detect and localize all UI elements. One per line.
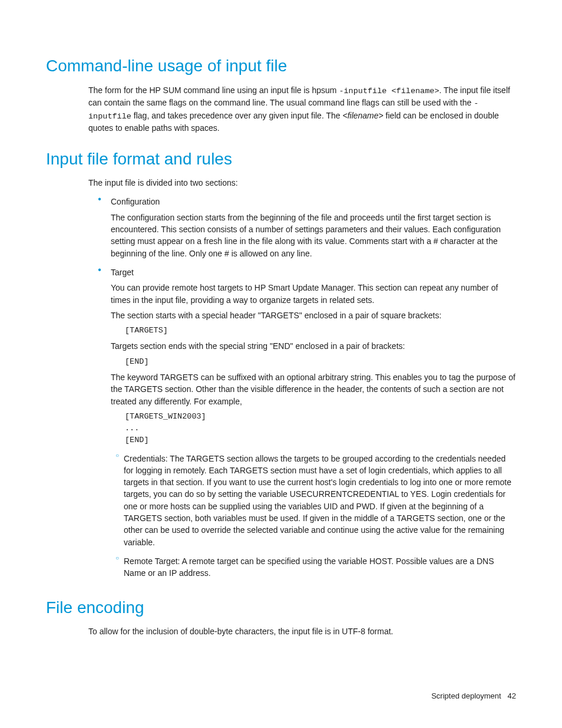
- code-line: ...: [125, 423, 516, 434]
- paragraph: The keyword TARGETS can be suffixed with…: [111, 371, 516, 407]
- code-line: [TARGETS_WIN2003]: [125, 411, 516, 423]
- heading-file-encoding: File encoding: [46, 596, 516, 620]
- paragraph: The input file is divided into two secti…: [88, 177, 516, 189]
- code-block: [TARGETS]: [125, 325, 516, 337]
- paragraph: Targets section ends with the special st…: [111, 340, 516, 352]
- bullet-icon: •: [88, 263, 111, 583]
- bullet-label: Configuration: [111, 196, 516, 207]
- paragraph: To allow for the inclusion of double-byt…: [88, 625, 516, 637]
- text: The form for the HP SUM command line usi…: [88, 85, 339, 95]
- code-line: [END]: [125, 434, 516, 446]
- heading-cmdline: Command-line usage of input file: [46, 54, 516, 78]
- inline-code: -inputfile <filename>: [339, 87, 439, 95]
- bullet-icon: •: [88, 192, 111, 262]
- italic-text: <filename>: [342, 111, 383, 120]
- bullet-label: Target: [111, 266, 516, 278]
- bullet-configuration: • Configuration The configuration sectio…: [88, 192, 516, 262]
- paragraph: Remote Target: A remote target can be sp…: [124, 555, 516, 579]
- text: flag, and takes precedence over any give…: [131, 111, 343, 120]
- subbullet-credentials: ○ Credentials: The TARGETS section allow…: [111, 449, 516, 552]
- subbullet-icon: ○: [111, 449, 124, 552]
- code-block: [END]: [125, 356, 516, 368]
- subbullet-icon: ○: [111, 552, 124, 583]
- paragraph: The form for the HP SUM command line usi…: [88, 84, 516, 134]
- paragraph: Credentials: The TARGETS section allows …: [124, 453, 516, 548]
- subbullet-remote-target: ○ Remote Target: A remote target can be …: [111, 552, 516, 583]
- paragraph: The section starts with a special header…: [111, 309, 516, 321]
- bullet-target: • Target You can provide remote host tar…: [88, 263, 516, 583]
- code-block: [TARGETS_WIN2003] ... [END]: [125, 411, 516, 447]
- heading-input-format: Input file format and rules: [46, 147, 516, 172]
- paragraph: You can provide remote host targets to H…: [111, 282, 516, 306]
- paragraph: The configuration section starts from th…: [111, 212, 516, 259]
